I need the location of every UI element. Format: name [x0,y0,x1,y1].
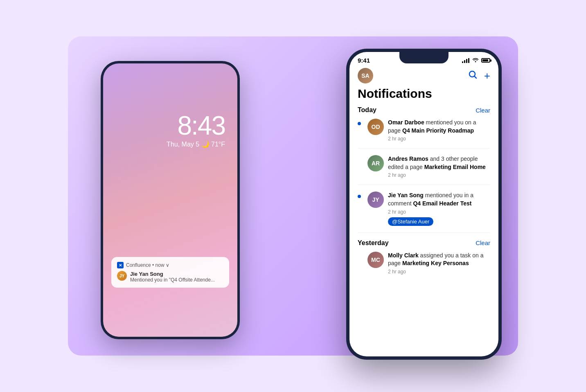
notif-text-jie: Jie Yan Song mentioned you in a comment … [388,191,490,225]
notifications-content: Today Clear OD Omar Darboe mentioned you [349,106,498,288]
avatar-jie: JY [367,191,384,208]
notif-text-andres: Andres Ramos and 3 other people edited a… [388,155,490,178]
clear-yesterday-button[interactable]: Clear [476,239,490,246]
notif-card-description: Mentioned you in "Q4 Offsite Attende... [130,277,215,283]
notif-username-andres: Andres Ramos [388,155,428,162]
section-yesterday-label: Yesterday [358,239,389,247]
notif-timestamp-andres: 2 hr ago [388,172,490,178]
notification-item-jie[interactable]: JY Jie Yan Song mentioned you in a comme… [358,191,490,232]
clear-today-button[interactable]: Clear [476,107,490,114]
notification-item-omar[interactable]: OD Omar Darboe mentioned you on a page Q… [358,119,490,149]
notif-username-molly: Molly Clark [388,252,419,259]
unread-indicator-molly [358,252,363,255]
notif-username-jie: Jie Yan Song [388,192,424,198]
notif-card-avatar: JY [117,271,127,281]
notif-message-jie: Jie Yan Song mentioned you in a comment … [388,191,490,207]
avatar-andres: AR [367,155,384,171]
notification-item-andres[interactable]: AR Andres Ramos and 3 other people edite… [358,155,490,185]
notif-text-omar: Omar Darboe mentioned you on a page Q4 M… [388,119,490,142]
notif-message-molly: Molly Clark assigned you a task on a pag… [388,252,490,268]
notif-text-molly: Molly Clark assigned you a task on a pag… [388,252,490,275]
avatar-omar: OD [367,119,384,135]
phone-notch [399,52,449,63]
phone-left-screen: 8:43 Thu, May 5 🌙 71°F ✕ Confluence • no… [103,63,237,337]
lock-screen-notification-card[interactable]: ✕ Confluence • now ∨ JY Jie Yan Song Men… [111,257,229,288]
notif-page-jie: Q4 Email Header Test [413,200,471,207]
mention-tag-jie: @Stefanie Auer [388,217,433,226]
signal-icon [462,58,469,63]
notif-timestamp-molly: 2 hr ago [388,269,490,275]
phone-right: 9:41 [346,49,502,360]
unread-dot [358,122,361,125]
notif-card-content: Jie Yan Song Mentioned you in "Q4 Offsit… [130,271,215,283]
notif-message-omar: Omar Darboe mentioned you on a page Q4 M… [388,119,490,135]
section-yesterday-header: Yesterday Clear [358,239,490,247]
user-avatar[interactable]: SA [358,68,373,83]
svg-line-1 [474,77,476,78]
notif-message-andres: Andres Ramos and 3 other people edited a… [388,155,490,171]
unread-indicator-omar [358,119,363,125]
lock-screen-time: 8:43 [167,113,225,139]
page-title: Notifications [349,87,498,106]
wifi-icon [472,57,479,63]
add-icon[interactable]: + [484,70,490,82]
status-time: 9:41 [358,57,370,64]
notif-username-omar: Omar Darboe [388,119,424,126]
app-header: SA + [349,64,498,87]
search-icon[interactable] [468,70,478,82]
section-today-header: Today Clear [358,106,490,114]
avatar-molly: MC [367,252,384,268]
notif-timestamp-jie: 2 hr ago [388,209,490,215]
notif-app-name: Confluence • now ∨ [126,262,169,268]
phone-left-clock: 8:43 Thu, May 5 🌙 71°F [167,113,225,148]
notif-page-molly: Marketing Key Personas [402,260,469,266]
header-actions: + [468,70,490,82]
unread-indicator-andres [358,155,363,158]
lock-screen-date-weather: Thu, May 5 🌙 71°F [167,140,225,148]
section-today-label: Today [358,106,376,114]
status-icons [462,57,490,63]
phone-right-screen: 9:41 [349,52,498,356]
notif-card-body: JY Jie Yan Song Mentioned you in "Q4 Off… [117,271,223,283]
notif-card-user-name: Jie Yan Song [130,271,215,277]
notif-page-andres: Marketing Email Home [424,164,486,170]
notif-page-omar: Q4 Main Priority Roadmap [402,127,474,134]
unread-dot-jie [358,195,361,198]
confluence-app-icon: ✕ [117,262,124,268]
notif-timestamp-omar: 2 hr ago [388,136,490,142]
unread-indicator-jie [358,191,363,198]
battery-icon [481,58,490,63]
notif-card-header: ✕ Confluence • now ∨ [117,262,223,268]
notification-item-molly[interactable]: MC Molly Clark assigned you a task on a … [358,252,490,281]
scene: 8:43 Thu, May 5 🌙 71°F ✕ Confluence • no… [68,36,518,356]
phone-left: 8:43 Thu, May 5 🌙 71°F ✕ Confluence • no… [101,61,240,339]
